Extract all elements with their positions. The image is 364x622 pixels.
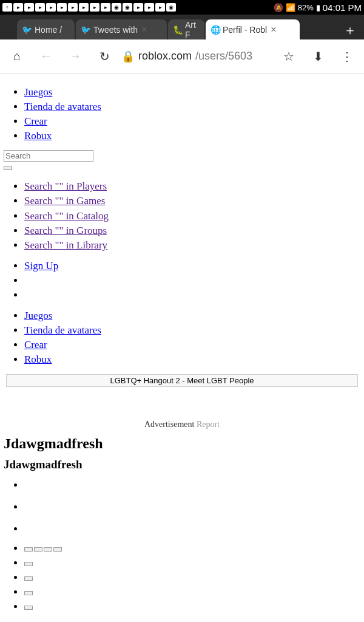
battery-icon: ▮ (316, 3, 320, 12)
action-button[interactable] (44, 547, 52, 552)
nav-crear[interactable]: Crear (24, 115, 47, 127)
search-suggestions-list: Search "" in Players Search "" in Games … (0, 180, 364, 251)
list-item (24, 289, 364, 302)
list-item (24, 600, 364, 613)
action-button[interactable] (24, 547, 33, 552)
ad-label: Advertisement (144, 420, 194, 429)
list-item (24, 479, 364, 492)
bookmark-button[interactable]: ☆ (277, 44, 301, 69)
tab-art[interactable]: 🐛 Art F (168, 19, 204, 39)
back-button[interactable]: ← (34, 44, 58, 69)
twitter-icon: 🐦 (22, 25, 32, 35)
nav-robux[interactable]: Robux (24, 354, 52, 365)
status-notification-icons: +▸▸▸▸▸▸▸▸▸◉◉▸▸▸◉ (2, 3, 274, 12)
search-submit-button[interactable] (4, 166, 12, 170)
search-players[interactable]: Search "" in Players (24, 180, 107, 192)
search-groups[interactable]: Search "" in Groups (24, 225, 107, 236)
profile-details-list (0, 479, 364, 536)
action-button[interactable] (24, 562, 33, 566)
url-bar[interactable]: 🔒 roblox.com/users/5603 (121, 50, 272, 63)
search-games[interactable]: Search "" in Games (24, 195, 105, 207)
nav-tienda[interactable]: Tienda de avatares (24, 101, 101, 112)
nav-juegos[interactable]: Juegos (24, 310, 52, 321)
tab-label: Perfil - Robl (223, 25, 267, 35)
list-item (24, 501, 364, 514)
browser-nav-bar: ⌂ ← → ↻ 🔒 roblox.com/users/5603 ☆ ⬇ ⋮ (0, 39, 364, 73)
close-icon[interactable]: × (271, 24, 276, 35)
profile-subheading: Jdawgmadfresh (4, 458, 360, 471)
nav-tienda[interactable]: Tienda de avatares (24, 324, 101, 336)
nav-crear[interactable]: Crear (24, 339, 47, 350)
tab-label: Home / (35, 25, 62, 35)
download-button[interactable]: ⬇ (306, 44, 330, 69)
action-button[interactable] (24, 591, 33, 595)
list-item (24, 522, 364, 536)
nav-juegos[interactable]: Juegos (24, 86, 52, 98)
action-button[interactable] (24, 606, 33, 610)
search-catalog[interactable]: Search "" in Catalog (24, 210, 109, 222)
wifi-icon: 📶 (286, 3, 295, 12)
ad-report-link[interactable]: Report (197, 420, 220, 429)
menu-button[interactable]: ⋮ (335, 44, 359, 69)
forward-button[interactable]: → (63, 44, 87, 69)
close-icon[interactable]: × (141, 24, 147, 35)
browser-tab-strip: 🐦 Home / 🐦 Tweets with × 🐛 Art F 🌐 Perfi… (0, 15, 364, 39)
new-tab-button[interactable]: + (341, 21, 359, 39)
url-path: /users/5603 (195, 50, 252, 63)
profile-heading: Jdawgmadfresh (4, 436, 360, 452)
ad-label-row: Advertisement Report (0, 420, 364, 429)
bug-icon: 🐛 (173, 25, 183, 35)
list-item (24, 542, 364, 555)
android-status-bar: +▸▸▸▸▸▸▸▸▸◉◉▸▸▸◉ 🔕 📶 82% ▮ 04:01 PM (0, 0, 364, 15)
ad-banner[interactable]: LGBTQ+ Hangout 2 - Meet LGBT People (6, 374, 358, 387)
auth-list: Sign Up (0, 259, 364, 302)
action-button[interactable] (34, 547, 42, 552)
clock: 04:01 PM (323, 2, 362, 13)
nav-list-primary: Juegos Tienda de avatares Crear Robux (0, 86, 364, 143)
battery-percent: 82% (298, 3, 314, 12)
home-button[interactable]: ⌂ (5, 44, 29, 69)
tab-perfil[interactable]: 🌐 Perfil - Robl × (206, 19, 300, 39)
lock-icon: 🔒 (121, 50, 135, 63)
list-item (24, 586, 364, 599)
tab-tweets[interactable]: 🐦 Tweets with × (76, 19, 167, 39)
mute-icon: 🔕 (274, 3, 283, 12)
reload-button[interactable]: ↻ (92, 44, 116, 69)
list-item (24, 556, 364, 570)
tab-label: Tweets with (93, 25, 138, 35)
search-input[interactable] (4, 150, 93, 162)
nav-robux[interactable]: Robux (24, 130, 52, 142)
page-content: Juegos Tienda de avatares Crear Robux Se… (0, 73, 364, 622)
list-item (24, 571, 364, 584)
action-button[interactable] (24, 576, 33, 581)
tab-label: Art F (185, 20, 200, 39)
status-right: 🔕 📶 82% ▮ 04:01 PM (274, 2, 362, 13)
globe-icon: 🌐 (211, 25, 220, 35)
search-library[interactable]: Search "" in Library (24, 239, 107, 251)
list-item (24, 274, 364, 287)
url-domain: roblox.com (138, 50, 192, 63)
signup-link[interactable]: Sign Up (24, 260, 58, 272)
twitter-icon: 🐦 (81, 25, 91, 35)
nav-list-secondary: Juegos Tienda de avatares Crear Robux (0, 309, 364, 366)
action-button[interactable] (53, 547, 62, 552)
tab-home[interactable]: 🐦 Home / (17, 19, 75, 39)
profile-actions-list (0, 542, 364, 613)
